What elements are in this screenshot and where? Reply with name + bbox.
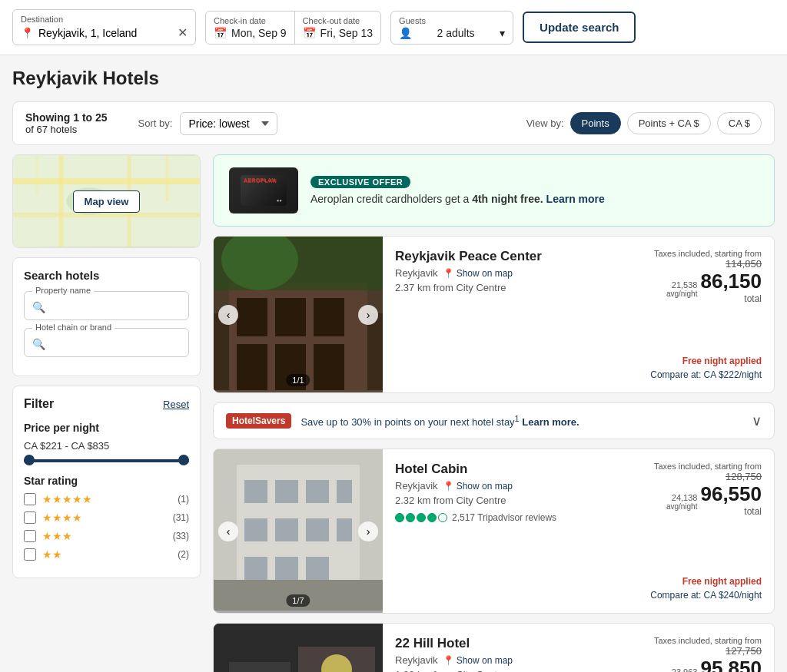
- hotel-3-taxes-label: Taxes included, starting from: [650, 636, 762, 645]
- destination-field[interactable]: Destination 📍 ✕: [12, 9, 196, 45]
- view-ca-button[interactable]: CA $: [717, 112, 762, 134]
- hotel-2-show-on-map-link[interactable]: 📍 Show on map: [443, 481, 513, 492]
- hotelsavers-learn-more-link[interactable]: Learn more.: [522, 416, 579, 428]
- ta-circle-2: [406, 513, 415, 522]
- promo-text-section: EXCLUSIVE OFFER Aeroplan credit cardhold…: [310, 176, 605, 205]
- map-view-button[interactable]: Map view: [73, 190, 141, 213]
- hotel-2-info: Hotel Cabin Reykjavik 📍 Show on map 2.32…: [383, 449, 638, 613]
- star-2-checkbox[interactable]: [24, 548, 36, 561]
- hotel-chain-label: Hotel chain or brand: [32, 323, 115, 332]
- map-pin-icon: 📍: [443, 268, 454, 279]
- checkout-value: Fri, Sep 13: [320, 27, 373, 39]
- hotel-card-1: ‹ › 1/1 Reykjavik Peace Center Reykjavik…: [213, 236, 775, 393]
- svg-rect-16: [314, 344, 344, 390]
- page-title: Reykjavik Hotels: [12, 68, 775, 89]
- view-label: View by:: [526, 118, 564, 129]
- property-name-group: Property name 🔍: [24, 291, 189, 320]
- star-2-stars: ★★: [42, 548, 62, 561]
- hotel-card-2: ‹ › 1/7 Hotel Cabin Reykjavik 📍 Show on …: [213, 449, 775, 614]
- hotel-chain-group: Hotel chain or brand 🔍: [24, 328, 189, 357]
- hotel-2-next-button[interactable]: ›: [358, 521, 378, 541]
- property-name-label: Property name: [32, 286, 94, 295]
- hotel-1-per-night-label: avg/night: [666, 290, 698, 298]
- hotel-2-image: ‹ › 1/7: [214, 449, 383, 613]
- sort-bar: Showing 1 to 25 of 67 hotels Sort by: Pr…: [12, 101, 775, 145]
- promo-text-before: Aeroplan credit cardholders get a: [310, 193, 472, 205]
- hotel-2-location: Reykjavik 📍 Show on map: [395, 480, 626, 492]
- star-5-checkbox[interactable]: [24, 493, 36, 505]
- hotel-1-photo: [214, 237, 383, 390]
- map-card: Map view: [12, 154, 201, 248]
- hotel-1-info: Reykjavik Peace Center Reykjavik 📍 Show …: [383, 237, 638, 392]
- svg-rect-13: [314, 298, 344, 336]
- checkout-field[interactable]: Check-out date 📅 Fri, Sep 13: [295, 12, 380, 44]
- update-search-button[interactable]: Update search: [523, 12, 636, 43]
- hotel-card-3: ‹ › 1/7 22 Hill Hotel Reykjavik 📍 Show o…: [213, 623, 775, 672]
- destination-input[interactable]: [38, 27, 173, 39]
- star-item-5: ★★★★★ (1): [24, 493, 189, 505]
- clear-destination-button[interactable]: ✕: [178, 25, 188, 40]
- hotel-2-prev-button[interactable]: ‹: [218, 521, 238, 541]
- hotel-2-image-counter: 1/7: [286, 594, 310, 607]
- hotel-1-image-counter: 1/1: [286, 374, 310, 386]
- hotel-3-info: 22 Hill Hotel Reykjavik 📍 Show on map 1.…: [383, 624, 638, 672]
- star-4-stars: ★★★★: [42, 511, 82, 524]
- star-3-checkbox[interactable]: [24, 530, 36, 542]
- guests-field[interactable]: Guests 👤 2 adults ▾: [390, 11, 513, 45]
- star-3-stars: ★★★: [42, 530, 72, 542]
- sort-select[interactable]: Price: lowest Price: highest Star rating: [180, 112, 277, 135]
- calendar-icon-2: 📅: [303, 27, 316, 39]
- star-rating-list: ★★★★★ (1) ★★★★ (31) ★★★ (33): [24, 493, 189, 561]
- promo-banner: AEROPLAN ●● EXCLUSIVE OFFER Aeroplan cre…: [213, 154, 775, 227]
- hotel-2-total: total: [700, 506, 762, 517]
- guests-value: 2 adults: [437, 27, 475, 39]
- hotelsavers-text-content: Save up to 30% in points on your next ho…: [301, 416, 514, 428]
- hotel-1-next-button[interactable]: ›: [358, 305, 378, 325]
- view-points-button[interactable]: Points: [570, 112, 621, 134]
- hotel-2-reviews: 2,517 Tripadvisor reviews: [452, 512, 556, 523]
- hotelsavers-superscript: 1: [515, 414, 520, 423]
- hotel-1-prev-button[interactable]: ‹: [218, 305, 238, 325]
- star-3-count: (33): [173, 531, 189, 541]
- hotel-1-image: ‹ › 1/1: [214, 237, 383, 392]
- hotel-3-avg-night: 23,963: [666, 667, 698, 672]
- svg-rect-28: [337, 518, 352, 541]
- hotel-2-taxes-label: Taxes included, starting from: [650, 462, 762, 471]
- checkin-field[interactable]: Check-in date 📅 Mon, Sep 9: [206, 12, 295, 44]
- hotel-3-pricing: Taxes included, starting from 127,750 23…: [638, 624, 774, 672]
- star-4-count: (31): [173, 512, 189, 523]
- hotel-1-total-label: total: [700, 293, 762, 304]
- ta-circle-5: [438, 513, 447, 522]
- location-icon: 📍: [21, 27, 34, 39]
- star-4-checkbox[interactable]: [24, 511, 36, 524]
- hotel-chain-input[interactable]: [51, 338, 181, 350]
- search-hotels-title: Search hotels: [24, 269, 189, 282]
- search-bar: Destination 📍 ✕ Check-in date 📅 Mon, Sep…: [0, 0, 787, 55]
- destination-label: Destination: [21, 15, 188, 24]
- sort-label: Sort by:: [138, 118, 173, 129]
- svg-rect-26: [275, 518, 298, 541]
- view-points-ca-button[interactable]: Points + CA $: [627, 112, 711, 134]
- hotel-3-new-price: 95,850: [700, 657, 762, 672]
- hotel-2-new-price: 96,550: [700, 482, 762, 506]
- star-5-count: (1): [178, 494, 189, 505]
- promo-description: Aeroplan credit cardholders get a 4th ni…: [310, 193, 605, 205]
- hotel-3-photo: [214, 624, 383, 672]
- hotelsavers-description: Save up to 30% in points on your next ho…: [301, 414, 579, 428]
- hotelsavers-collapse-button[interactable]: ∨: [752, 412, 762, 429]
- property-name-input[interactable]: [51, 301, 181, 313]
- price-range-slider[interactable]: [24, 459, 189, 462]
- hotel-3-location: Reykjavik 📍 Show on map: [395, 654, 626, 666]
- chevron-down-icon: ▾: [500, 27, 505, 39]
- hotel-1-show-on-map-link[interactable]: 📍 Show on map: [443, 268, 513, 279]
- reset-filter-button[interactable]: Reset: [163, 399, 189, 410]
- hotel-1-avg-night-label: 21,538: [666, 280, 698, 290]
- results-section: AEROPLAN ●● EXCLUSIVE OFFER Aeroplan cre…: [213, 154, 775, 672]
- hotel-2-free-night: Free night applied: [650, 576, 762, 587]
- hotel-3-show-on-map-link[interactable]: 📍 Show on map: [443, 655, 513, 666]
- promo-learn-more-link[interactable]: Learn more: [546, 193, 605, 205]
- ta-circle-3: [417, 513, 426, 522]
- hotel-1-name: Reykjavik Peace Center: [395, 249, 626, 264]
- hotel-3-distance: 1.98 km from City Centre: [395, 669, 626, 672]
- hotel-2-name: Hotel Cabin: [395, 462, 626, 477]
